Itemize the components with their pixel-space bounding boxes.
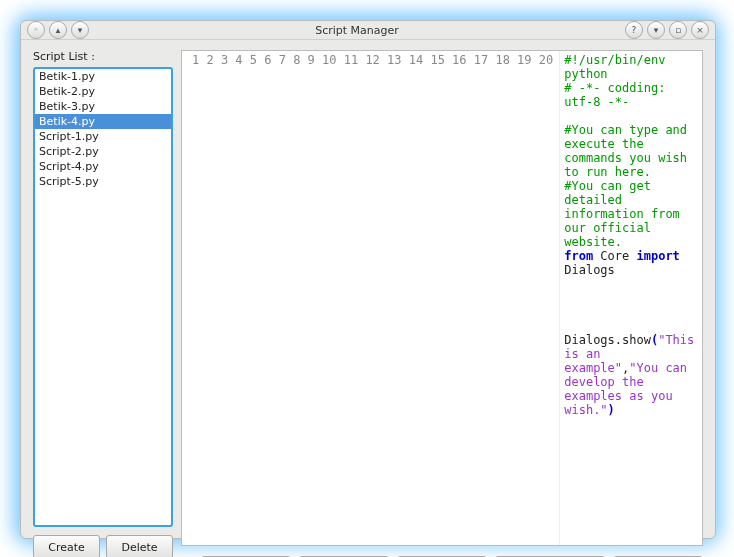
down-icon[interactable]: ▾ — [71, 21, 89, 39]
line-gutter: 1 2 3 4 5 6 7 8 9 10 11 12 13 14 15 16 1… — [182, 51, 560, 545]
script-manager-window: ◦ ▴ ▾ Script Manager ? ▾ ▫ × Script List… — [20, 20, 716, 539]
delete-button[interactable]: Delete — [106, 535, 173, 557]
list-item[interactable]: Betik-1.py — [35, 69, 171, 84]
help-icon[interactable]: ? — [625, 21, 643, 39]
script-list-label: Script List : — [33, 50, 173, 63]
minimize-icon[interactable]: ▾ — [647, 21, 665, 39]
window-title: Script Manager — [315, 24, 399, 37]
list-item[interactable]: Script-5.py — [35, 174, 171, 189]
menu-icon[interactable]: ◦ — [27, 21, 45, 39]
list-item[interactable]: Script-1.py — [35, 129, 171, 144]
list-item[interactable]: Betik-4.py — [35, 114, 171, 129]
titlebar: ◦ ▴ ▾ Script Manager ? ▾ ▫ × — [21, 21, 715, 40]
close-icon[interactable]: × — [691, 21, 709, 39]
script-list[interactable]: Betik-1.pyBetik-2.pyBetik-3.pyBetik-4.py… — [33, 67, 173, 527]
list-item[interactable]: Script-2.py — [35, 144, 171, 159]
create-button[interactable]: Create — [33, 535, 100, 557]
list-item[interactable]: Script-4.py — [35, 159, 171, 174]
code-content[interactable]: #!/usr/bin/env python# -*- codding: utf-… — [560, 51, 702, 545]
code-editor[interactable]: 1 2 3 4 5 6 7 8 9 10 11 12 13 14 15 16 1… — [181, 50, 703, 546]
up-icon[interactable]: ▴ — [49, 21, 67, 39]
maximize-icon[interactable]: ▫ — [669, 21, 687, 39]
list-item[interactable]: Betik-2.py — [35, 84, 171, 99]
list-item[interactable]: Betik-3.py — [35, 99, 171, 114]
